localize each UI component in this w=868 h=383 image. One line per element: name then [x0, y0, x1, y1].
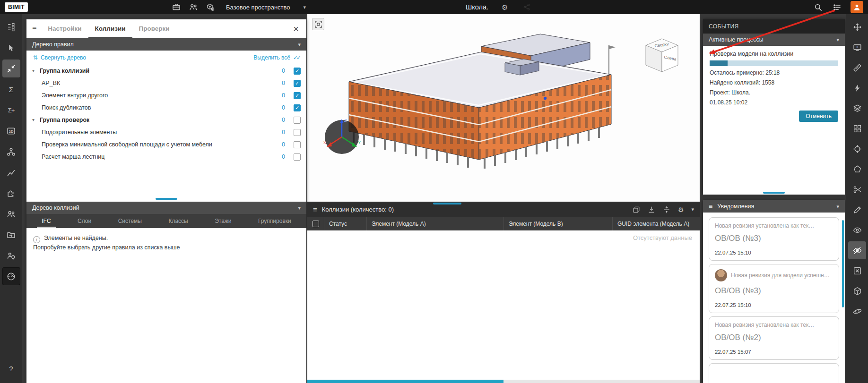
rule-checkbox[interactable]: [294, 129, 301, 136]
workspace-cube-icon[interactable]: [205, 2, 216, 12]
rules-tree-toolbar: Свернуть дерево Выделить всё: [26, 51, 306, 65]
horizontal-scrollbar[interactable]: [307, 380, 700, 383]
workspace-toolbar: Базовое пространство: [171, 0, 306, 14]
shared-folder-icon[interactable]: [2, 226, 20, 244]
collision-tree-header[interactable]: Дерево коллизий: [26, 202, 306, 214]
share-icon[interactable]: [521, 2, 532, 12]
viewport-3d[interactable]: Z X Y Сверху Слева: [307, 14, 700, 202]
crosshair-icon[interactable]: [848, 140, 866, 158]
tree-row[interactable]: Группа коллизий0: [26, 65, 306, 77]
double-check-icon: [293, 55, 300, 60]
profile-icon[interactable]: [851, 1, 863, 13]
team-icon[interactable]: [188, 2, 199, 12]
collapse-tree-link[interactable]: Свернуть дерево: [33, 54, 86, 61]
rule-checkbox[interactable]: [294, 141, 301, 148]
tab-layers[interactable]: Слои: [73, 214, 96, 228]
tab-checks[interactable]: Проверки: [132, 19, 176, 38]
users-icon[interactable]: [2, 205, 20, 223]
dashboard-icon[interactable]: [2, 267, 20, 285]
sum-plus-icon[interactable]: [2, 101, 20, 119]
tab-classes[interactable]: Классы: [164, 214, 192, 228]
layers-icon[interactable]: [848, 99, 866, 117]
show-icon[interactable]: [848, 221, 866, 239]
duplicate-view-icon[interactable]: [633, 206, 640, 213]
projects-icon[interactable]: [171, 2, 182, 12]
workspace-selector[interactable]: Базовое пространство: [226, 4, 306, 11]
tab-collisions[interactable]: Коллизии: [88, 19, 132, 38]
export-icon[interactable]: [648, 206, 655, 213]
bolt-icon[interactable]: [848, 79, 866, 97]
axis-gizmo[interactable]: Z X Y: [321, 116, 363, 158]
rule-count: 0: [282, 92, 285, 99]
tree-row[interactable]: Подозрительные элементы0: [26, 126, 306, 138]
rule-checkbox[interactable]: [294, 153, 301, 161]
select-cursor-icon[interactable]: [2, 39, 20, 57]
rule-checkbox[interactable]: [294, 92, 301, 99]
tree-row[interactable]: Элемент внтури другого0: [26, 89, 306, 102]
scrollbar-thumb[interactable]: [307, 380, 503, 383]
view-2d-icon[interactable]: [2, 122, 20, 140]
table-menu-icon[interactable]: [313, 206, 317, 213]
markup-icon[interactable]: [848, 201, 866, 219]
collision-icon[interactable]: [2, 60, 20, 77]
tree-row[interactable]: Группа проверок0: [26, 114, 306, 126]
view-cube[interactable]: Сверху Слева: [639, 33, 685, 78]
notifications-menu-icon[interactable]: [709, 203, 712, 210]
active-processes-header[interactable]: Активные процессы: [703, 34, 845, 46]
tab-systems[interactable]: Системы: [113, 214, 147, 228]
rule-checkbox[interactable]: [294, 104, 301, 111]
cube-icon[interactable]: [848, 282, 866, 300]
search-icon[interactable]: [813, 2, 823, 12]
tree-row[interactable]: Поиск дубликатов0: [26, 102, 306, 114]
select-all-checkbox[interactable]: [312, 221, 319, 227]
empty-title: Элементы не найдены.: [44, 235, 108, 241]
rule-checkbox[interactable]: [294, 80, 301, 87]
notifications-header[interactable]: Уведомления: [703, 200, 845, 213]
tree-row[interactable]: АР_ВК0: [26, 77, 306, 89]
notifications-list-icon[interactable]: [832, 2, 842, 12]
select-all-link[interactable]: Выделить всё: [253, 54, 300, 61]
help-button[interactable]: ?: [2, 359, 20, 377]
align-center-icon[interactable]: [663, 206, 670, 213]
tab-groupings[interactable]: Группировки: [253, 214, 296, 228]
vertical-scrollbar-thumb[interactable]: [842, 220, 844, 307]
plugins-icon[interactable]: [2, 184, 20, 202]
notification-card-partial[interactable]: [709, 363, 839, 383]
tree-row[interactable]: Проверка минимальной свободной площади с…: [26, 138, 306, 151]
structure-icon[interactable]: [2, 143, 20, 161]
orbit-icon[interactable]: [848, 302, 866, 320]
screen-icon[interactable]: [848, 38, 866, 56]
chevron-down-icon: [836, 37, 839, 43]
tree-row[interactable]: Расчет марша лестниц0: [26, 151, 306, 163]
table-settings-icon[interactable]: [678, 206, 684, 213]
clear-icon[interactable]: [848, 262, 866, 280]
notification-card[interactable]: Новая ревизия для модели успешн… ОВ/ОВ (…: [709, 264, 839, 313]
user-location-icon[interactable]: [2, 247, 20, 264]
notification-card[interactable]: Новая ревизия установлена как тек… ОВ/ОВ…: [709, 217, 839, 261]
expand-icon[interactable]: [32, 118, 40, 122]
isolate-view-button[interactable]: [312, 18, 324, 30]
expand-icon[interactable]: [32, 68, 40, 73]
close-icon[interactable]: [291, 24, 301, 34]
ruler-icon[interactable]: [848, 59, 866, 77]
move-icon[interactable]: [848, 18, 866, 36]
cancel-button[interactable]: Отменить: [799, 111, 838, 122]
grid-icon[interactable]: [848, 119, 866, 137]
model-tree-icon[interactable]: [2, 18, 20, 36]
region-icon[interactable]: [848, 160, 866, 178]
tab-floors[interactable]: Этажи: [210, 214, 236, 228]
panel-resize-handle[interactable]: [433, 203, 461, 204]
rule-checkbox[interactable]: [294, 117, 301, 124]
hide-icon[interactable]: [848, 241, 866, 259]
tab-settings[interactable]: Настройки: [41, 19, 88, 38]
section-icon[interactable]: [848, 180, 866, 198]
sum-icon[interactable]: [2, 80, 20, 98]
rule-checkbox[interactable]: [294, 68, 301, 75]
graph-icon[interactable]: [2, 163, 20, 181]
collapse-panel-icon[interactable]: [691, 207, 694, 212]
tab-ifc[interactable]: IFC: [37, 214, 55, 228]
rules-tree-header[interactable]: Дерево правил: [26, 38, 306, 51]
panel-menu-icon[interactable]: [32, 25, 36, 33]
notification-card[interactable]: Новая ревизия установлена как тек… ОВ/ОВ…: [709, 316, 839, 360]
settings-gear-icon[interactable]: [502, 4, 508, 11]
